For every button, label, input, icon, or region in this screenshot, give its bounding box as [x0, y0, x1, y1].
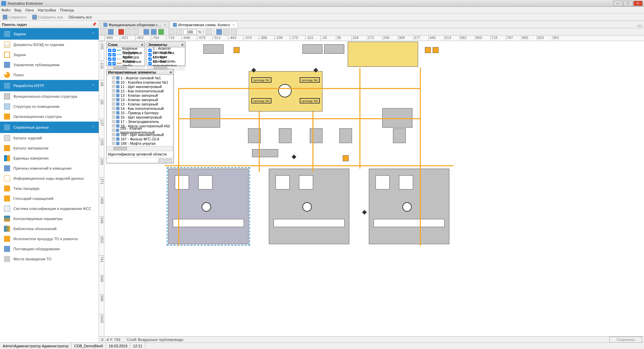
sidebar-item[interactable]: Единицы измерения [0, 153, 99, 163]
tool-undo[interactable] [126, 29, 132, 35]
cylinder-4[interactable]: Цилиндр №4 [300, 98, 320, 103]
layers-panel[interactable]: Слои× Водяные трубопроВоздушные трубоАрм… [106, 42, 145, 66]
close-icon[interactable]: × [170, 70, 172, 74]
sidebar-section-header[interactable]: Разработка ИЭТР⌃ [0, 80, 99, 91]
tool-save[interactable] [108, 29, 114, 35]
central-pump[interactable] [278, 84, 292, 97]
sidebar-item[interactable]: Причины изменений в извещении [0, 163, 99, 173]
cylinder-2[interactable]: Цилиндр №2 [300, 77, 320, 83]
tree-item[interactable]: +17 - Электродвигатель [107, 119, 172, 124]
sidebar-item[interactable]: Каталог изделий [0, 133, 99, 143]
tree-item[interactable]: +15 - Привод к баллеру [107, 111, 172, 115]
save-all-button[interactable]: Сохранить все [31, 14, 64, 20]
tool-grid[interactable] [206, 29, 212, 35]
sidebar-item[interactable]: Задачи [0, 50, 99, 60]
refresh-all-button[interactable]: Обновить все [67, 14, 93, 20]
save-button[interactable]: Сохранить [1, 14, 28, 20]
tree-item[interactable]: +186 - Щит манометровый [107, 132, 172, 137]
sidebar-item[interactable]: Глоссарий сокращений [0, 193, 99, 204]
minimize-button[interactable]: — [613, 1, 623, 6]
tool-delete[interactable] [118, 29, 124, 35]
pin-icon[interactable]: 📌 [92, 22, 97, 27]
tool-select[interactable] [224, 29, 230, 35]
menu-windows[interactable]: Окна [25, 8, 34, 12]
close-icon[interactable]: × [141, 43, 143, 47]
tree-item[interactable]: +14 - Бак пополнительный [107, 106, 172, 111]
junction-box[interactable] [279, 128, 292, 143]
tank[interactable] [234, 47, 240, 53]
sidebar-item[interactable]: Организационная структура [0, 112, 99, 122]
tank[interactable] [343, 155, 349, 161]
tool-paste[interactable] [151, 29, 157, 35]
close-icon[interactable]: × [233, 23, 235, 27]
tool-zoom-out[interactable] [176, 29, 182, 35]
close-icon[interactable]: × [182, 43, 184, 47]
tool-new[interactable] [100, 29, 106, 35]
menu-view[interactable]: Вид [14, 8, 21, 12]
sidebar-item[interactable]: Структура по помещениям [0, 101, 99, 112]
sidebar-item[interactable]: Контролируемые параметры [0, 214, 99, 224]
sidebar-item[interactable]: Документы ВЭЭД по отделам [0, 40, 99, 50]
sidebar-item[interactable]: Функционально-сборочная структура [0, 91, 99, 101]
sidebar-item[interactable]: Каталог материалов [0, 143, 99, 153]
menu-help[interactable]: Помощь [60, 8, 75, 12]
tab-schema[interactable]: Интерактивная схема. Колесо× [170, 21, 238, 28]
tab-structure[interactable]: Функционально-сборочная с…× [100, 21, 169, 28]
tree-item[interactable]: +12 - Бак пополнительный [107, 89, 172, 93]
tab-next[interactable]: ▷ [640, 24, 643, 28]
element-row[interactable]: 12 - Бак пополнительн [148, 61, 184, 66]
tree-item[interactable]: +13 - Клапан запорный [107, 102, 172, 106]
control-block[interactable] [348, 42, 418, 67]
tree-item[interactable]: +187 - Фильтр ФГС-10-8 [107, 137, 172, 141]
cylinder-1[interactable]: Цилиндр №1 [251, 77, 271, 83]
tree-item[interactable]: +10 - Коробка клапанная №1 [107, 80, 172, 84]
tree-item[interactable]: +13 - Клапан запорный [107, 93, 172, 97]
close-button[interactable]: ✕ [633, 1, 643, 6]
valve-block-left[interactable] [190, 108, 220, 128]
tool-layer[interactable] [216, 29, 222, 35]
junction-box[interactable] [310, 128, 323, 143]
tree-item[interactable]: +13 - Клапан запорный [107, 97, 172, 102]
sidebar-item[interactable]: Управление публикациями [0, 60, 99, 70]
maximize-button[interactable]: □ [623, 1, 633, 6]
cylinder-3[interactable]: Цилиндр №3 [251, 98, 271, 103]
tree-item[interactable]: +11 - Щит манометровый [107, 84, 172, 89]
gauge-bank[interactable] [252, 149, 278, 157]
tool-redo[interactable] [133, 29, 139, 35]
sidebar-section-header[interactable]: Справочные данные⌃ [0, 122, 99, 133]
tree-item[interactable]: +185 - Клапан предохранительный [107, 128, 172, 132]
tab-prev[interactable]: ◁ [637, 24, 639, 28]
schematic-canvas[interactable]: Слои× Водяные трубопроВоздушные трубоАрм… [104, 41, 644, 336]
component-bank[interactable] [203, 44, 224, 54]
interactive-panel[interactable]: Интерактивные элементы× +1 - Агрегат сил… [106, 69, 174, 163]
component-bank[interactable] [302, 44, 323, 54]
component-bank[interactable] [324, 44, 344, 54]
tool-image[interactable] [158, 29, 164, 35]
link-button[interactable] [159, 159, 165, 163]
menu-file[interactable]: Файл [1, 8, 10, 12]
tank[interactable] [433, 47, 439, 53]
close-icon[interactable]: × [164, 23, 166, 27]
canvas-save-button[interactable]: Сохранить [609, 337, 642, 343]
menu-settings[interactable]: Настройка [38, 8, 56, 12]
unlink-button[interactable] [166, 159, 172, 163]
layer-row[interactable]: Топливные трубо [107, 61, 144, 66]
junction-box[interactable] [393, 128, 406, 143]
sidebar-item[interactable]: Типы процедур [0, 183, 99, 193]
tree-item[interactable]: +188 - Муфта упругая [107, 141, 172, 145]
tool-copy[interactable] [143, 29, 149, 35]
tree-item[interactable]: +1 - Агрегат силовой №1 [107, 76, 172, 80]
tree-item[interactable]: +16 - Щит манометровый [107, 115, 172, 119]
tool-zoom-in[interactable] [168, 29, 175, 35]
elements-panel[interactable]: Элементы× 1 - Агрегат силовой №10 - Коро… [147, 42, 185, 66]
sidebar-item[interactable]: Исполнители процедур ТО и ремонта [0, 234, 99, 244]
sidebar-item[interactable]: Места проведения ТО [0, 254, 99, 264]
sidebar-item[interactable]: Информационные коды модулей данных [0, 173, 99, 183]
junction-box[interactable] [339, 128, 352, 143]
sidebar-item[interactable]: Поставщики оборудования [0, 244, 99, 254]
tank[interactable] [425, 47, 431, 53]
sidebar-item[interactable]: Библиотека обозначений [0, 224, 99, 234]
sidebar-item[interactable]: Система классификации и кодирования ФСС [0, 204, 99, 214]
sidebar-item[interactable]: Поиск [0, 70, 99, 80]
tool-link[interactable] [231, 29, 237, 35]
